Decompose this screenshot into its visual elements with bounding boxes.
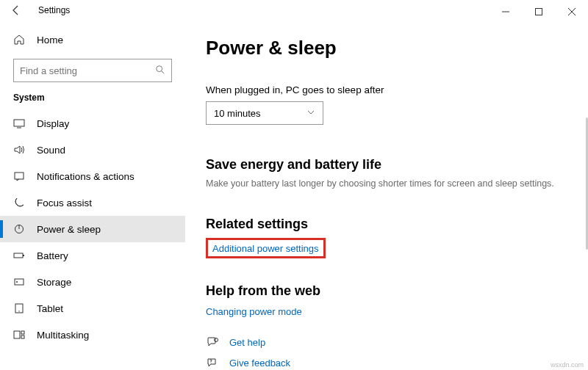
search-input[interactable] [13,59,172,82]
svg-point-21 [211,363,212,363]
page-title: Power & sleep [206,37,567,59]
svg-rect-1 [535,9,542,15]
give-feedback-link[interactable]: Give feedback [229,358,290,369]
focus-assist-icon [13,197,25,208]
svg-rect-19 [21,335,24,338]
additional-power-settings-link[interactable]: Additional power settings [212,243,319,254]
notifications-icon [13,170,25,182]
sidebar-item-tablet[interactable]: Tablet [0,295,185,322]
svg-point-16 [18,311,19,311]
display-icon [13,117,25,129]
svg-rect-12 [23,255,24,256]
save-energy-desc: Make your battery last longer by choosin… [206,178,567,189]
titlebar: Settings [0,0,588,23]
sleep-timeout-dropdown[interactable]: 10 minutes [206,101,323,125]
plugged-in-label: When plugged in, PC goes to sleep after [206,84,567,95]
svg-line-5 [162,70,165,73]
sidebar-item-label: Power & sleep [37,224,101,235]
svg-rect-8 [15,173,24,179]
sidebar-item-sound[interactable]: Sound [0,137,185,163]
changing-power-mode-link[interactable]: Changing power mode [206,306,302,317]
svg-rect-6 [14,120,24,126]
sidebar-item-label: Storage [37,277,71,288]
related-settings-heading: Related settings [206,217,567,232]
save-energy-heading: Save energy and battery life [206,157,567,173]
home-nav[interactable]: Home [0,28,185,51]
power-icon [13,223,25,235]
nav-list: Display Sound Notifications & actions Fo… [0,110,185,370]
sidebar-item-label: Tablet [37,303,63,314]
multitasking-icon [13,329,25,341]
highlight-box: Additional power settings [206,238,326,258]
back-button[interactable] [10,4,22,18]
close-button[interactable] [555,1,588,23]
minimize-button[interactable] [489,1,522,23]
section-label: System [0,92,185,110]
home-icon [13,34,25,46]
sidebar-item-multitasking[interactable]: Multitasking [0,322,185,348]
sidebar-item-label: Display [37,118,69,129]
storage-icon [13,276,25,288]
sidebar-item-battery[interactable]: Battery [0,242,185,269]
svg-rect-17 [14,331,20,338]
sidebar-item-storage[interactable]: Storage [0,269,185,295]
feedback-icon [206,356,219,369]
sidebar-item-label: Notifications & actions [37,171,135,182]
sidebar-item-focus-assist[interactable]: Focus assist [0,189,185,216]
tablet-icon [13,302,25,314]
sidebar-item-notifications[interactable]: Notifications & actions [0,163,185,189]
watermark: wsxdn.com [551,361,584,369]
dropdown-value: 10 minutes [214,108,261,119]
search-icon [155,65,165,77]
sidebar-item-label: Sound [37,145,65,156]
svg-point-14 [16,281,18,283]
sidebar-item-power-sleep[interactable]: Power & sleep [0,216,185,242]
sidebar: Home System Display Sound Notifications … [0,23,185,370]
sidebar-item-label: Focus assist [37,197,92,208]
chevron-down-icon [306,108,315,119]
sound-icon [13,144,25,156]
home-label: Home [37,35,63,46]
help-from-web-heading: Help from the web [206,283,567,299]
sidebar-item-label: Battery [37,250,68,261]
window-title: Settings [38,5,70,15]
svg-rect-11 [14,253,23,258]
svg-rect-18 [21,331,24,334]
svg-point-20 [215,338,218,342]
main-content: Power & sleep When plugged in, PC goes t… [185,23,588,370]
svg-point-4 [157,65,162,71]
get-help-link[interactable]: Get help [229,337,265,348]
sidebar-item-display[interactable]: Display [0,110,185,137]
search-field[interactable] [20,65,155,76]
sidebar-item-label: Multitasking [37,330,89,341]
get-help-icon [206,335,219,349]
maximize-button[interactable] [522,1,555,23]
battery-icon [13,250,25,261]
svg-rect-13 [15,279,24,285]
